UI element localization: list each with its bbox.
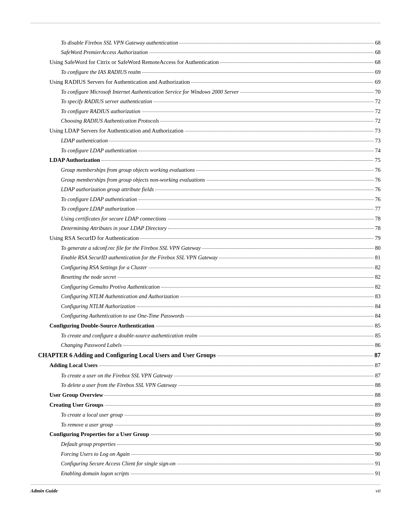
entry-text: Changing Password Labels [61,341,122,349]
entry-text: To configure LDAP authorization [61,204,135,213]
page-num: 85 [375,331,381,340]
toc-entry: To configure LDAP authentication74 [38,146,381,155]
toc-entry: Forcing Users to Log on Again90 [38,450,381,458]
dots [131,454,374,455]
dots [150,53,374,53]
toc-entry: Configuring Gemalto Protiva Authenticati… [38,283,381,291]
dots [186,316,373,316]
page-num: 72 [375,97,381,105]
entry-text: Determining Attributes in your LDAP Dire… [61,224,167,232]
entry-text: To create and configure a double-source … [61,331,198,340]
dots [118,277,374,278]
dots [199,336,374,336]
toc-entry: LDAP authorization group attribute field… [38,185,381,193]
page-num: 87 [375,371,381,380]
toc-entry: Enabling domain logon scripts91 [38,469,381,478]
dots [180,297,374,297]
page-num: 78 [375,214,381,223]
entry-text: To delete a user from the Firebox SSL VP… [61,381,177,389]
entry-text: Group memberships from group objects non… [61,176,205,184]
dots [99,366,373,366]
dots [139,200,374,200]
dots [177,464,373,464]
dots [220,62,373,63]
entry-text: Forcing Users to Log on Again [61,450,130,458]
entry-text: To remove a user group [61,420,113,429]
page-num: 69 [375,68,381,76]
toc-entry: Default group properties90 [38,440,381,448]
page-num: 88 [375,391,381,399]
page-num: 77 [375,204,381,213]
toc-entry: Using LDAP Servers for Authentication an… [38,126,381,135]
page-num: 81 [375,253,381,262]
toc-entry: To create a user on the Firebox SSL VPN … [38,371,381,380]
page-num: 78 [375,224,381,232]
dots [168,219,374,219]
toc-entry: Choosing RADIUS Authentication Protocols… [38,117,381,125]
entry-text: Configuring NTLM Authentication and Auth… [61,292,179,300]
dots [180,43,374,43]
entry-text: Using certificates for secure LDAP conne… [61,214,166,223]
page-num: 72 [375,107,381,115]
entry-text: Configuring NTLM Authorization [61,302,135,310]
toc-entry: LDAP authentication73 [38,136,381,145]
page-num: 85 [375,321,381,330]
entry-text: Configuring Properties for a User Group [49,430,149,439]
page-num: 88 [375,381,381,389]
entry-text: Creating User Groups [49,401,104,409]
dots [168,228,373,229]
toc-entry: To generate a sdconf.rec file for the Fi… [38,244,381,252]
dots [196,170,373,171]
toc-entry: Determining Attributes in your LDAP Dire… [38,224,381,232]
dots [140,238,373,239]
dots [123,345,374,346]
toc-entry: Using RSA SecurID for Authentication79 [38,234,381,243]
toc-entry: Using SafeWord for Citrix or SafeWord Re… [38,58,381,67]
entry-text: Configuring Authentication to use One-Ti… [61,312,184,320]
dots [137,307,374,307]
toc-entry: Configuring Properties for a User Group9… [38,430,381,439]
toc-entry: To disable Firebox SSL VPN Gateway authe… [38,38,381,47]
entry-text: Using SafeWord for Citrix or SafeWord Re… [49,58,219,67]
dots [115,425,374,425]
entry-text: To configure Microsoft Internet Authenti… [61,88,239,96]
dots [142,72,374,73]
page-num: 70 [375,88,381,96]
dots [202,248,373,249]
page-num: 89 [375,401,381,409]
entry-text: Choosing RADIUS Authentication Protocols [61,117,159,125]
footer-right: vii [376,488,381,494]
dots [240,92,373,93]
entry-text: Adding Local Users [49,361,98,370]
page-num: 89 [375,411,381,419]
dots [191,82,373,83]
toc-entry: To configure RADIUS authorization72 [38,107,381,115]
dots [161,121,373,121]
toc-entry: SafeWord PremierAccess Authorization68 [38,48,381,56]
toc-entry: Using certificates for secure LDAP conne… [38,214,381,223]
page-num: 89 [375,420,381,429]
toc-entry: To remove a user group89 [38,420,381,429]
toc-entry: Enable RSA SecurID authentication for th… [38,253,381,262]
dots [185,131,373,131]
toc-entry: To configure the IAS RADIUS realm69 [38,68,381,76]
page-num: 86 [375,341,381,349]
page-num: 75 [375,156,381,165]
entry-text: Using RSA SecurID for Authentication [49,234,139,243]
page-num: 76 [375,176,381,184]
page-num: 72 [375,117,381,125]
page-num: 91 [375,459,381,468]
entry-text: SafeWord PremierAccess Authorization [61,48,148,56]
dots [149,268,374,268]
toc-entry: Resetting the node secret82 [38,273,381,281]
dots [155,190,373,190]
dots [217,356,373,356]
toc-entry: Configuring NTLM Authorization84 [38,302,381,310]
entry-text: CHAPTER 6 Adding and Configuring Local U… [38,351,216,360]
toc-entry: Configuring NTLM Authentication and Auth… [38,292,381,300]
entry-text: LDAP Authorization [49,156,100,165]
entry-text: Enabling domain logon scripts [61,469,129,478]
entry-text: To configure LDAP authentication [61,195,137,203]
toc-entry: To configure LDAP authorization77 [38,204,381,213]
page-num: 80 [375,244,381,252]
